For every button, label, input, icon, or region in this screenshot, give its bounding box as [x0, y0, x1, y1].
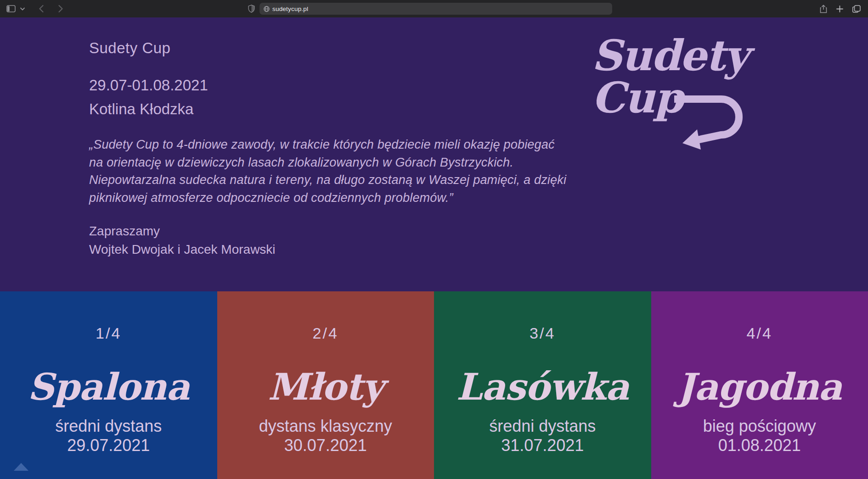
stage-index: 1/4	[0, 324, 217, 342]
browser-chrome: sudetycup.pl	[0, 0, 868, 17]
stage-name: Jagodna	[651, 366, 868, 407]
stage-panels: 1/4 Spalona średni dystans 29.07.2021 2/…	[0, 291, 868, 479]
globe-icon	[264, 6, 270, 12]
stage-date: 30.07.2021	[217, 436, 434, 455]
scroll-top-arrow-icon[interactable]	[14, 463, 28, 471]
stage-index: 2/4	[217, 324, 434, 342]
logo-line-1: Sudety	[592, 36, 748, 75]
stage-index: 3/4	[434, 324, 651, 342]
back-icon[interactable]	[39, 5, 44, 13]
stage-panel-jagodna[interactable]: 4/4 Jagodna bieg pościgowy 01.08.2021	[651, 291, 868, 479]
closing-text: Zapraszamy	[89, 224, 160, 238]
page-title: Sudety Cup	[89, 39, 170, 57]
closing-block: Zapraszamy Wojtek Dwojak i Jacek Morawsk…	[89, 222, 276, 259]
stage-date: 29.07.2021	[0, 436, 217, 455]
stage-panel-mloty[interactable]: 2/4 Młoty dystans klasyczny 30.07.2021	[217, 291, 434, 479]
share-icon[interactable]	[820, 5, 827, 13]
stage-panel-spalona[interactable]: 1/4 Spalona średni dystans 29.07.2021	[0, 291, 217, 479]
tabs-overview-icon[interactable]	[852, 5, 861, 13]
stage-name: Młoty	[217, 366, 434, 407]
sidebar-toggle-icon[interactable]	[6, 5, 16, 12]
stage-type: średni dystans	[0, 417, 217, 436]
stage-type: dystans klasyczny	[217, 417, 434, 436]
stage-index: 4/4	[651, 324, 868, 342]
logo-arrow-icon	[673, 87, 751, 161]
stage-type: bieg pościgowy	[651, 417, 868, 436]
event-dates: 29.07-01.08.2021	[89, 77, 208, 94]
forward-icon[interactable]	[58, 5, 63, 13]
stage-name: Spalona	[0, 366, 217, 407]
stage-name: Lasówka	[434, 366, 651, 407]
hero-section: Sudety Cup 29.07-01.08.2021 Kotlina Kłod…	[0, 17, 868, 291]
stage-panel-lasowka[interactable]: 3/4 Lasówka średni dystans 31.07.2021	[434, 291, 651, 479]
event-location: Kotlina Kłodzka	[89, 100, 193, 117]
url-text: sudetycup.pl	[272, 6, 308, 12]
organizers-names: Wojtek Dwojak i Jacek Morawski	[89, 242, 276, 256]
event-when-where: 29.07-01.08.2021 Kotlina Kłodzka	[89, 73, 208, 121]
stage-date: 31.07.2021	[434, 436, 651, 455]
shield-icon[interactable]	[248, 5, 255, 13]
sudety-cup-logo: Sudety Cup	[592, 36, 748, 146]
stage-date: 01.08.2021	[651, 436, 868, 455]
stage-type: średni dystans	[434, 417, 651, 436]
address-bar[interactable]: sudetycup.pl	[259, 3, 612, 15]
intro-quote: „Sudety Cup to 4-dniowe zawody, w trakci…	[89, 136, 566, 206]
chevron-down-icon[interactable]	[20, 7, 25, 11]
new-tab-icon[interactable]	[836, 6, 843, 12]
